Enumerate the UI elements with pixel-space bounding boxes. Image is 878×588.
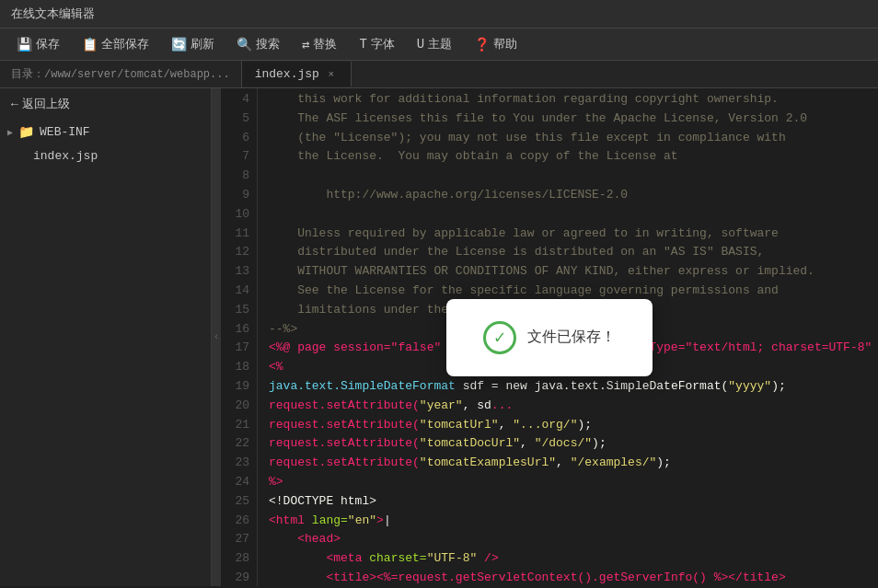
font-button[interactable]: T 字体 [350,32,403,56]
search-icon: 🔍 [237,37,252,52]
code-line-29: <title><%=request.getServletContext().ge… [269,569,878,586]
refresh-button[interactable]: 🔄 刷新 [162,32,224,56]
main-layout: ← 返回上级 ▶ 📁 WEB-INF index.jsp ‹ 456789101… [0,88,878,586]
code-line-11: Unless required by applicable law or agr… [269,225,878,244]
code-line-8 [269,167,878,186]
code-line-9: http://www.apache.org/licenses/LICENSE-2… [269,186,878,205]
code-line-28: <meta charset="UTF-8" /> [269,549,878,569]
sidebar-file-index[interactable]: index.jsp [0,144,211,167]
toast-check-icon: ✓ [483,321,516,354]
code-line-6: (the "License"); you may not use this fi… [269,129,878,148]
editor[interactable]: 4567891011121314151617181920212223242526… [221,88,878,586]
sidebar-folder-webinf[interactable]: ▶ 📁 WEB-INF [0,120,211,144]
collapse-handle[interactable]: ‹ [212,88,221,586]
replace-icon: ⇄ [302,37,309,52]
help-button[interactable]: ❓ 帮助 [465,32,526,56]
code-line-21: request.setAttribute("tomcatUrl", "...or… [269,416,878,435]
line-numbers: 4567891011121314151617181920212223242526… [221,88,258,586]
save-toast: ✓ 文件已保存！ [446,299,653,376]
search-button[interactable]: 🔍 搜索 [227,32,289,56]
code-line-22: request.setAttribute("tomcatDocUrl", "/d… [269,434,878,454]
save-button[interactable]: 💾 保存 [7,32,69,56]
save-icon: 💾 [17,37,32,52]
sidebar: ← 返回上级 ▶ 📁 WEB-INF index.jsp [0,88,212,586]
app-title: 在线文本编辑器 [11,7,95,21]
tab-filename: index.jsp [255,67,319,81]
code-line-25: <!DOCTYPE html> [269,492,878,512]
code-line-20: request.setAttribute("year", sd... [269,397,878,416]
code-line-26: <html lang="en">| [269,512,878,531]
back-button[interactable]: ← 返回上级 [0,88,211,120]
help-icon: ❓ [474,37,490,52]
code-line-12: distributed under the License is distrib… [269,243,878,262]
code-line-4: this work for additional information reg… [269,90,878,110]
replace-button[interactable]: ⇄ 替换 [293,32,346,56]
code-line-23: request.setAttribute("tomcatExamplesUrl"… [269,454,878,473]
save-all-button[interactable]: 📋 全部保存 [73,32,158,56]
save-all-icon: 📋 [82,37,98,52]
code-line-24: %> [269,473,878,492]
file-tab[interactable]: index.jsp × [242,62,352,86]
code-line-27: <head> [269,530,878,549]
theme-button[interactable]: U 主题 [408,32,461,56]
font-icon: T [359,37,366,52]
tab-close-button[interactable]: × [325,68,338,81]
toast-message: 文件已保存！ [527,328,616,347]
tabbar: 目录：/www/server/tomcat/webapp... index.js… [0,61,878,88]
theme-icon: U [417,37,424,52]
back-icon: ← [11,98,18,111]
toolbar: 💾 保存 📋 全部保存 🔄 刷新 🔍 搜索 ⇄ 替换 T 字体 U 主题 ❓ 帮… [0,29,878,61]
folder-arrow-icon: ▶ [7,127,13,138]
code-line-13: WITHOUT WARRANTIES OR CONDITIONS OF ANY … [269,262,878,282]
titlebar: 在线文本编辑器 [0,0,878,29]
code-line-7: the License. You may obtain a copy of th… [269,147,878,167]
code-line-10 [269,205,878,225]
breadcrumb: 目录：/www/server/tomcat/webapp... [0,61,242,87]
folder-icon: 📁 [18,124,34,140]
refresh-icon: 🔄 [171,37,187,52]
code-line-5: The ASF licenses this file to You under … [269,110,878,129]
code-line-19: java.text.SimpleDateFormat sdf = new jav… [269,377,878,397]
